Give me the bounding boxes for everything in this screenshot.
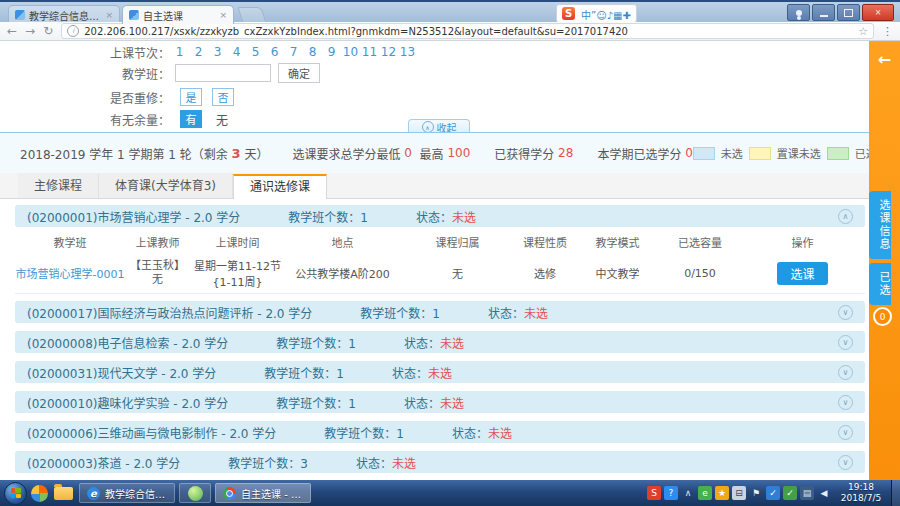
shield-green-icon[interactable]: ✓ — [783, 486, 797, 500]
refresh-icon[interactable]: ↻ — [43, 25, 53, 37]
forward-icon[interactable]: → — [25, 25, 35, 37]
taskbar-item-portal[interactable]: e 教学综合信息服... — [79, 483, 175, 503]
chevron-down-icon[interactable]: ∨ — [838, 425, 853, 440]
legend-swatch — [827, 147, 849, 160]
period-number[interactable]: 1 — [170, 45, 189, 59]
course-row-collapsed[interactable]: (02000031)现代天文学 - 2.0 学分 教学班个数：1 状态：未选 ∨ — [15, 361, 865, 383]
capacity-label: 有无余量： — [0, 111, 170, 128]
address-bar[interactable]: i 202.206.100.217/xsxk/zzxkyzb_cxZzxkYzb… — [61, 23, 874, 39]
ime-tool-icon[interactable]: 中 — [581, 10, 591, 21]
course-row-collapsed[interactable]: (02000008)电子信息检索 - 2.0 学分 教学班个数：1 状态：未选 … — [15, 331, 865, 353]
filter-row-class: 教学班： 确定 — [0, 63, 320, 83]
bookmark-star-icon[interactable]: ☆ — [858, 25, 868, 38]
ime-tool-icon[interactable]: ☺ — [596, 10, 606, 21]
explorer-folder-icon[interactable] — [54, 487, 73, 500]
start-button[interactable] — [4, 482, 27, 505]
back-arrow-icon[interactable]: ← — [875, 50, 895, 69]
network-icon[interactable]: ▤ — [800, 486, 814, 500]
chrome-icon — [223, 487, 236, 500]
capacity-no-button[interactable]: 无 — [216, 111, 228, 128]
security-star-icon[interactable]: ★ — [715, 486, 729, 500]
capacity-cell: 0/150 — [660, 267, 740, 280]
course-row-collapsed[interactable]: (02000006)三维动画与微电影制作 - 2.0 学分 教学班个数：1 状态… — [15, 421, 865, 443]
class-name-link[interactable]: 市场营销心理学-0001 — [15, 265, 125, 281]
flag-icon[interactable]: ⚑ — [749, 486, 763, 500]
volume-icon[interactable]: ◀ — [817, 486, 831, 500]
course-row-collapsed[interactable]: (02000017)国际经济与政治热点问题评析 - 2.0 学分 教学班个数：1… — [15, 301, 865, 323]
course-selection-page: 上课节次： 12345678910111213 教学班： 确定 是否重修： 是 … — [0, 41, 900, 480]
taskbar-item-app[interactable] — [179, 483, 211, 503]
ie-icon: e — [87, 487, 100, 500]
column-header: 教学班 — [15, 234, 125, 250]
chevron-down-icon[interactable]: ∨ — [838, 395, 853, 410]
taskbar-item-chrome[interactable]: 自主选课 - Goog... — [215, 483, 311, 503]
period-number[interactable]: 8 — [303, 45, 322, 59]
period-number[interactable]: 2 — [189, 45, 208, 59]
course-title: (02000017)国际经济与政治热点问题评析 - 2.0 学分 — [27, 304, 312, 321]
ime-tool-icon[interactable]: ✚ — [622, 10, 630, 21]
browser-menu-icon[interactable]: ⋮ — [882, 25, 893, 38]
printer-icon[interactable]: ⊟ — [732, 486, 746, 500]
period-number[interactable]: 3 — [208, 45, 227, 59]
sogou-tray-icon[interactable]: S — [647, 486, 661, 500]
select-course-button[interactable]: 选课 — [777, 262, 827, 285]
period-number[interactable]: 9 — [322, 45, 341, 59]
ie-green-icon[interactable]: e — [698, 486, 712, 500]
tab-close-icon[interactable]: × — [219, 10, 227, 20]
period-number[interactable]: 6 — [265, 45, 284, 59]
course-category-tab[interactable]: 通识选修课 — [233, 174, 327, 199]
nature-cell: 选修 — [515, 265, 575, 281]
shield-blue-icon[interactable]: ✓ — [766, 486, 780, 500]
course-category-tabs: 主修课程体育课(大学体育3)通识选修课 — [0, 173, 869, 199]
course-category-tab[interactable]: 主修课程 — [18, 173, 99, 198]
side-tab-selected[interactable]: 已选 — [869, 263, 891, 305]
course-row-collapsed[interactable]: (02000010)趣味化学实验 - 2.0 学分 教学班个数：1 状态：未选 … — [15, 391, 865, 413]
qq-tray-icon[interactable]: ? — [664, 486, 678, 500]
back-icon[interactable]: ← — [7, 25, 17, 37]
retake-no-button[interactable]: 否 — [212, 88, 234, 106]
retake-yes-button[interactable]: 是 — [180, 88, 202, 106]
profile-icon[interactable] — [787, 4, 810, 21]
tab-close-icon[interactable]: × — [105, 10, 113, 20]
taskbar-clock[interactable]: 19:18 2018/7/5 — [835, 482, 887, 504]
course-row-collapsed[interactable]: (02000003)茶道 - 2.0 学分 教学班个数：3 状态：未选 ∨ — [15, 451, 865, 473]
period-number[interactable]: 13 — [398, 45, 417, 59]
course-row-expanded[interactable]: (02000001)市场营销心理学 - 2.0 学分 教学班个数：1 状态：未选… — [15, 205, 865, 227]
minimize-button[interactable] — [812, 4, 835, 21]
course-status-label: 状态： — [392, 364, 428, 381]
chevron-down-icon[interactable]: ∨ — [838, 335, 853, 350]
period-number[interactable]: 11 — [360, 45, 379, 59]
course-category-tab[interactable]: 体育课(大学体育3) — [99, 173, 233, 198]
column-header: 课程性质 — [515, 234, 575, 250]
course-title: (02000003)茶道 - 2.0 学分 — [27, 454, 180, 471]
course-status: 未选 — [524, 304, 548, 321]
period-number[interactable]: 7 — [284, 45, 303, 59]
legend-swatch — [749, 147, 771, 160]
show-desktop-button[interactable] — [891, 480, 900, 506]
periods-label: 上课节次： — [0, 44, 170, 61]
new-tab-button[interactable] — [237, 7, 266, 23]
chevron-down-icon[interactable]: ∨ — [838, 455, 853, 470]
class-name-input[interactable] — [175, 64, 271, 82]
chevron-down-icon[interactable]: ∨ — [838, 305, 853, 320]
maximize-button[interactable] — [837, 4, 860, 21]
course-status-label: 状态： — [404, 394, 440, 411]
sogou-logo-icon[interactable]: S — [562, 7, 575, 20]
browser-tab-course-select[interactable]: 自主选课 × — [122, 5, 234, 24]
chevron-up-icon[interactable]: ∧ — [838, 209, 853, 224]
period-number[interactable]: 10 — [341, 45, 360, 59]
url-text[interactable]: 202.206.100.217/xsxk/zzxkyzb_cxZzxkYzbIn… — [84, 26, 853, 37]
side-tab-selection-info[interactable]: 选课信息 — [869, 191, 891, 259]
period-number[interactable]: 5 — [246, 45, 265, 59]
period-number[interactable]: 4 — [227, 45, 246, 59]
sogou-browser-icon[interactable] — [31, 485, 48, 502]
capacity-yes-button[interactable]: 有 — [180, 110, 202, 128]
close-button[interactable]: × — [862, 4, 894, 21]
current-credit-label: 本学期已选学分 — [597, 145, 685, 162]
confirm-button[interactable]: 确定 — [278, 63, 320, 83]
status-legend: 未选置课未选已选 — [693, 145, 877, 161]
chevron-down-icon[interactable]: ∨ — [838, 365, 853, 380]
period-number[interactable]: 12 — [379, 45, 398, 59]
site-info-icon[interactable]: i — [67, 25, 79, 37]
tray-expand-icon[interactable]: ∧ — [681, 486, 695, 500]
